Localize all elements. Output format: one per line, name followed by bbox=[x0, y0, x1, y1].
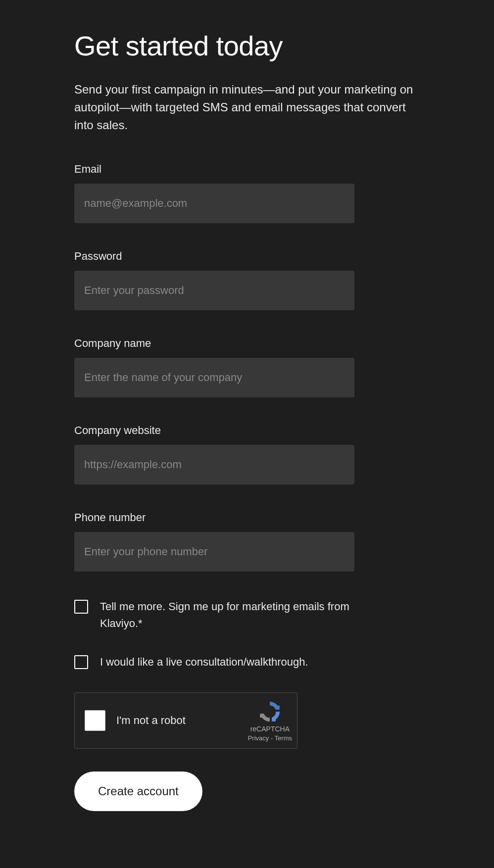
page-title: Get started today bbox=[74, 30, 428, 62]
signup-form-container: Get started today Send your first campai… bbox=[74, 30, 428, 811]
recaptcha-privacy-link[interactable]: Privacy bbox=[248, 734, 269, 742]
page-subheading: Send your first campaign in minutes—and … bbox=[74, 81, 428, 134]
recaptcha-links: Privacy - Terms bbox=[248, 734, 292, 742]
phone-input[interactable] bbox=[74, 532, 354, 572]
recaptcha-label: I'm not a robot bbox=[116, 714, 248, 727]
company-website-label: Company website bbox=[74, 424, 428, 437]
email-label: Email bbox=[74, 163, 428, 176]
password-field-group: Password bbox=[74, 250, 428, 310]
company-name-field-group: Company name bbox=[74, 337, 428, 397]
password-label: Password bbox=[74, 250, 428, 263]
consultation-optin-checkbox[interactable] bbox=[74, 655, 88, 669]
marketing-optin-group: Tell me more. Sign me up for marketing e… bbox=[74, 598, 428, 632]
phone-label: Phone number bbox=[74, 511, 428, 524]
recaptcha-logo-icon bbox=[258, 700, 282, 723]
recaptcha-branding: reCAPTCHA Privacy - Terms bbox=[248, 700, 292, 742]
marketing-optin-checkbox[interactable] bbox=[74, 600, 88, 614]
marketing-optin-label: Tell me more. Sign me up for marketing e… bbox=[100, 598, 352, 632]
phone-field-group: Phone number bbox=[74, 511, 428, 572]
recaptcha-widget: I'm not a robot reCAPTCHA Privacy - Term… bbox=[74, 692, 297, 749]
recaptcha-terms-link[interactable]: Terms bbox=[275, 734, 292, 742]
email-input[interactable] bbox=[74, 184, 354, 223]
company-website-input[interactable] bbox=[74, 445, 354, 484]
company-name-label: Company name bbox=[74, 337, 428, 350]
recaptcha-brand-text: reCAPTCHA bbox=[250, 725, 290, 732]
email-field-group: Email bbox=[74, 163, 428, 223]
password-input[interactable] bbox=[74, 271, 354, 310]
company-website-field-group: Company website bbox=[74, 424, 428, 484]
recaptcha-checkbox[interactable] bbox=[85, 710, 105, 731]
create-account-button[interactable]: Create account bbox=[74, 772, 202, 811]
consultation-optin-label: I would like a live consultation/walkthr… bbox=[100, 654, 308, 671]
consultation-optin-group: I would like a live consultation/walkthr… bbox=[74, 654, 428, 671]
company-name-input[interactable] bbox=[74, 358, 354, 397]
